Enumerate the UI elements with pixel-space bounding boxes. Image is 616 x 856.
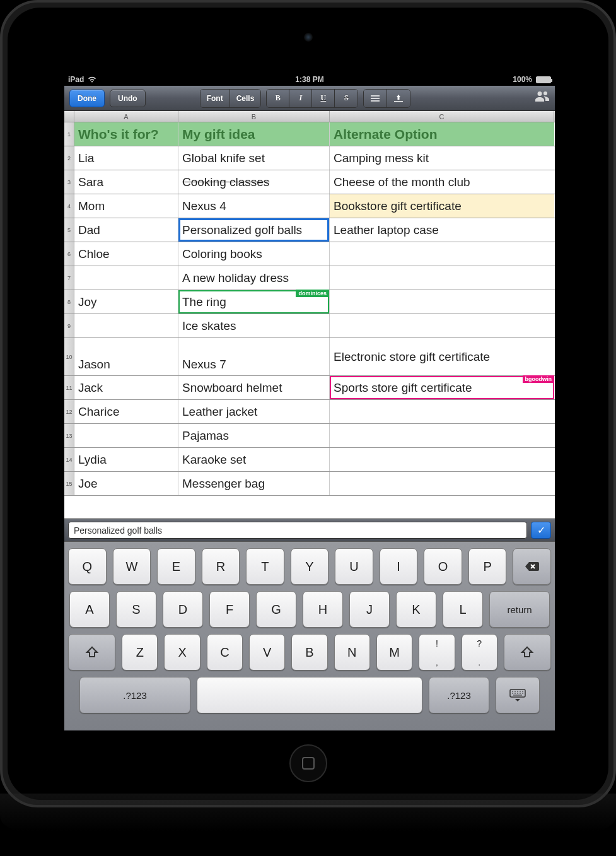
key-period[interactable]: ?. xyxy=(462,634,497,671)
formula-input[interactable]: Personalized golf balls xyxy=(68,522,527,539)
cell[interactable]: Camping mess kit xyxy=(330,146,554,170)
key-h[interactable]: H xyxy=(303,591,343,628)
font-button[interactable]: Font xyxy=(200,90,230,107)
key-u[interactable]: U xyxy=(335,548,373,585)
cell[interactable]: Chloe xyxy=(74,242,178,266)
key-q[interactable]: Q xyxy=(68,548,107,585)
cell[interactable]: Jason xyxy=(74,338,178,375)
key-j[interactable]: J xyxy=(349,591,390,628)
cell[interactable]: Cheese of the month club xyxy=(330,170,554,194)
row-number[interactable]: 5 xyxy=(64,218,74,242)
key-b[interactable]: B xyxy=(291,634,327,671)
key-n[interactable]: N xyxy=(334,634,370,671)
key-l[interactable]: L xyxy=(443,591,483,628)
key-m[interactable]: M xyxy=(376,634,412,671)
key-e[interactable]: E xyxy=(157,548,195,585)
cell[interactable] xyxy=(330,424,554,447)
underline-button[interactable]: U xyxy=(312,90,335,107)
row-number[interactable]: 10 xyxy=(64,338,74,375)
cell[interactable]: Alternate Option xyxy=(330,122,554,146)
cell[interactable] xyxy=(330,290,554,314)
cell[interactable]: A new holiday dress xyxy=(178,266,330,290)
row-number[interactable]: 12 xyxy=(64,400,74,423)
shift-key[interactable] xyxy=(68,634,115,671)
cell[interactable] xyxy=(330,266,554,290)
cell[interactable]: Nexus 7 xyxy=(178,338,330,375)
key-d[interactable]: D xyxy=(163,591,203,628)
cells-button[interactable]: Cells xyxy=(230,90,261,107)
collaborators-button[interactable] xyxy=(535,91,550,106)
mode-key-right[interactable]: .?123 xyxy=(429,677,489,713)
row-number[interactable]: 11 xyxy=(64,376,74,399)
cell[interactable]: Karaoke set xyxy=(178,448,330,471)
mode-key[interactable]: .?123 xyxy=(79,677,190,713)
key-v[interactable]: V xyxy=(249,634,285,671)
cell[interactable]: Pajamas xyxy=(178,424,330,447)
cell[interactable]: Mom xyxy=(74,194,178,218)
key-w[interactable]: W xyxy=(113,548,151,585)
key-f[interactable]: F xyxy=(209,591,250,628)
cell[interactable]: Dad xyxy=(74,218,178,242)
column-header-a[interactable]: A xyxy=(74,111,178,122)
undo-button[interactable]: Undo xyxy=(110,90,146,107)
cell[interactable]: Joy xyxy=(74,290,178,314)
cell[interactable] xyxy=(74,424,178,447)
column-header-b[interactable]: B xyxy=(178,111,330,122)
row-number[interactable]: 13 xyxy=(64,424,74,447)
key-k[interactable]: K xyxy=(396,591,436,628)
cell[interactable]: Leather jacket xyxy=(178,400,330,423)
cell[interactable]: Who's it for? xyxy=(74,122,178,146)
cell[interactable]: Joe xyxy=(74,472,178,495)
home-button[interactable] xyxy=(289,744,327,782)
cell[interactable]: Sara xyxy=(74,170,178,194)
cell[interactable] xyxy=(330,314,554,337)
strikethrough-button[interactable]: S xyxy=(335,90,357,107)
row-number[interactable]: 1 xyxy=(64,122,74,146)
cell[interactable]: Jack xyxy=(74,376,178,399)
row-number[interactable]: 3 xyxy=(64,170,74,194)
cell[interactable] xyxy=(74,266,178,290)
key-s[interactable]: S xyxy=(116,591,156,628)
spreadsheet[interactable]: A B C 1Who's it for?My gift ideaAlternat… xyxy=(64,111,555,519)
cell[interactable]: Coloring books xyxy=(178,242,330,266)
cell[interactable]: Lia xyxy=(74,146,178,170)
shift-key-right[interactable] xyxy=(504,634,551,671)
cell[interactable] xyxy=(74,314,178,337)
key-t[interactable]: T xyxy=(246,548,284,585)
row-number[interactable]: 4 xyxy=(64,194,74,218)
key-x[interactable]: X xyxy=(164,634,200,671)
align-vertical-button[interactable] xyxy=(387,90,410,107)
formula-confirm-button[interactable]: ✓ xyxy=(531,522,551,539)
cell[interactable] xyxy=(330,400,554,423)
italic-button[interactable]: I xyxy=(289,90,312,107)
key-i[interactable]: I xyxy=(380,548,418,585)
cell[interactable]: Personalized golf balls xyxy=(178,218,330,242)
cell[interactable]: Messenger bag xyxy=(178,472,330,495)
cell[interactable]: Electronic store gift certificate xyxy=(330,338,554,375)
cell[interactable]: The ringdominices xyxy=(178,290,330,314)
cell[interactable] xyxy=(330,448,554,471)
row-number[interactable]: 6 xyxy=(64,242,74,266)
cell[interactable] xyxy=(330,472,554,495)
cell[interactable] xyxy=(330,242,554,266)
row-number[interactable]: 14 xyxy=(64,448,74,471)
key-g[interactable]: G xyxy=(256,591,296,628)
row-number[interactable]: 2 xyxy=(64,146,74,170)
cell[interactable]: Ice skates xyxy=(178,314,330,337)
column-header-c[interactable]: C xyxy=(330,111,554,122)
cell[interactable]: Cooking classes xyxy=(178,170,330,194)
row-number[interactable]: 7 xyxy=(64,266,74,290)
key-comma[interactable]: !, xyxy=(419,634,455,671)
row-number[interactable]: 15 xyxy=(64,472,74,495)
key-y[interactable]: Y xyxy=(291,548,329,585)
key-a[interactable]: A xyxy=(69,591,110,628)
corner-header[interactable] xyxy=(64,111,74,122)
align-horizontal-button[interactable] xyxy=(364,90,387,107)
done-button[interactable]: Done xyxy=(69,90,105,107)
row-number[interactable]: 8 xyxy=(64,290,74,314)
cell[interactable]: Nexus 4 xyxy=(178,194,330,218)
cell[interactable]: Bookstore gift certificate xyxy=(330,194,554,218)
space-key[interactable] xyxy=(197,677,422,713)
return-key[interactable]: return xyxy=(489,591,550,628)
key-o[interactable]: O xyxy=(424,548,462,585)
